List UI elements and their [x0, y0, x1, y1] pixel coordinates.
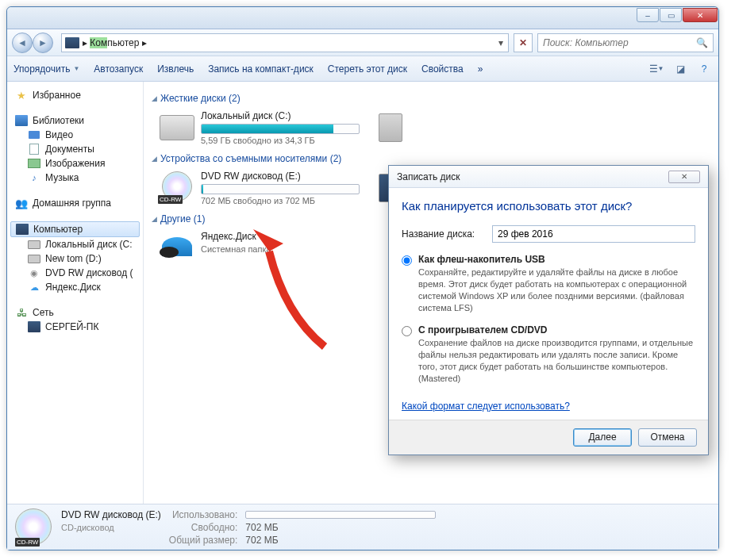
status-drive-name: DVD RW дисковод (E:) — [61, 509, 161, 520]
address-bar[interactable]: ▸ Компьютер ▸ ▾ — [61, 33, 509, 52]
window-body: ★Избранное Библиотеки Видео Документы Из… — [7, 82, 718, 504]
nav-arrows: ◄ ► — [12, 33, 56, 53]
document-icon — [28, 144, 40, 155]
which-format-link[interactable]: Какой формат следует использовать? — [402, 401, 570, 412]
burn-button[interactable]: Запись на компакт-диск — [208, 63, 314, 75]
collapse-icon: ◢ — [152, 155, 157, 163]
help-icon[interactable]: ? — [696, 62, 712, 76]
more-menu[interactable]: » — [478, 63, 483, 75]
disc-name-input[interactable] — [492, 225, 695, 243]
dialog-titlebar: Записать диск ✕ — [389, 166, 708, 188]
drive-stat: 702 МБ свободно из 702 МБ — [201, 196, 360, 205]
burn-disc-dialog: Записать диск ✕ Как планируется использо… — [388, 165, 709, 455]
address-text: ▸ Компьютер ▸ — [83, 37, 147, 48]
total-value: 702 МБ — [245, 535, 436, 546]
option-cddvd-radio[interactable] — [402, 326, 412, 336]
search-icon: 🔍 — [696, 37, 708, 48]
drive-name: Локальный диск (C:) — [201, 110, 360, 121]
option-usb-title: Как флеш-накопитель USB — [418, 254, 695, 265]
cdrw-icon — [160, 171, 194, 202]
organize-menu[interactable]: Упорядочить▼ — [13, 63, 79, 75]
sidebar-item-pc[interactable]: СЕРГЕЙ-ПК — [10, 320, 140, 334]
hdd-icon — [28, 253, 40, 264]
hdd-icon — [28, 239, 40, 250]
explorer-window: – ▭ ✕ ◄ ► ▸ Компьютер ▸ ▾ ✕ 🔍 Упорядочит… — [6, 6, 719, 550]
sidebar-favorites[interactable]: ★Избранное — [10, 88, 140, 102]
dvd-icon: ◉ — [28, 267, 40, 278]
search-box[interactable]: 🔍 — [537, 33, 714, 52]
sidebar-item-pictures[interactable]: Изображения — [10, 156, 140, 171]
titlebar: – ▭ ✕ — [7, 7, 718, 29]
option-cddvd[interactable]: С проигрывателем CD/DVD Сохранение файло… — [402, 324, 695, 384]
option-usb[interactable]: Как флеш-накопитель USB Сохраняйте, реда… — [402, 254, 695, 313]
preview-pane-icon[interactable]: ◪ — [672, 62, 688, 76]
cdrw-icon — [15, 508, 53, 547]
free-label: Свободно: — [169, 522, 237, 533]
computer-icon — [16, 224, 29, 235]
drive-c[interactable]: Локальный диск (C:) 5,59 ГБ свободно из … — [156, 107, 363, 148]
sidebar-item-newtom-d[interactable]: New tom (D:) — [10, 251, 140, 266]
free-value: 702 МБ — [245, 522, 436, 533]
drive-yandex[interactable]: Яндекс.Диск Системная папка — [156, 228, 363, 266]
drive-partial[interactable] — [379, 113, 402, 142]
properties-button[interactable]: Свойства — [421, 63, 464, 75]
view-menu-icon[interactable]: ☰ ▼ — [648, 62, 664, 76]
category-removable[interactable]: ◢Устройства со съемными носителями (2) — [152, 153, 710, 164]
option-usb-radio[interactable] — [402, 255, 412, 266]
stop-button[interactable]: ✕ — [514, 33, 533, 52]
yandex-disk-icon — [160, 231, 194, 263]
sidebar-item-localdisk-c[interactable]: Локальный диск (C: — [10, 237, 140, 251]
erase-button[interactable]: Стереть этот диск — [328, 63, 407, 75]
drive-e-dvdrw[interactable]: DVD RW дисковод (E:) 702 МБ свободно из … — [156, 167, 363, 209]
autorun-button[interactable]: Автозапуск — [94, 63, 143, 75]
minimize-button[interactable]: – — [637, 8, 659, 22]
status-drive-sub: CD-дисковод — [61, 523, 161, 532]
dialog-question: Как планируется использовать этот диск? — [402, 199, 695, 213]
sidebar-item-music[interactable]: ♪Музыка — [10, 171, 140, 185]
details-pane: DVD RW дисковод (E:) Использовано: CD-ди… — [7, 504, 718, 550]
collapse-icon: ◢ — [152, 94, 157, 102]
network-icon: 🖧 — [15, 307, 28, 318]
cancel-button[interactable]: Отмена — [638, 428, 697, 447]
close-button[interactable]: ✕ — [683, 8, 718, 22]
dialog-close-button[interactable]: ✕ — [668, 171, 700, 183]
sidebar-libraries[interactable]: Библиотеки — [10, 113, 140, 128]
used-bar — [245, 511, 436, 519]
option-cddvd-desc: Сохранение файлов на диске производится … — [418, 337, 695, 384]
option-cddvd-title: С проигрывателем CD/DVD — [418, 324, 695, 336]
sidebar-item-videos[interactable]: Видео — [10, 128, 140, 142]
maximize-button[interactable]: ▭ — [660, 8, 682, 22]
sidebar-computer[interactable]: Компьютер — [10, 221, 140, 237]
address-dropdown-icon[interactable]: ▾ — [494, 37, 508, 48]
sidebar-homegroup[interactable]: 👥Домашняя группа — [10, 196, 140, 210]
drive-name: Яндекс.Диск — [201, 231, 360, 242]
usage-bar — [201, 184, 360, 194]
computer-icon — [65, 37, 79, 48]
star-icon: ★ — [15, 90, 28, 101]
eject-button[interactable]: Извлечь — [157, 63, 194, 75]
toolbar: Упорядочить▼ Автозапуск Извлечь Запись н… — [7, 56, 718, 82]
total-label: Общий размер: — [169, 535, 237, 546]
dialog-title-text: Записать диск — [397, 171, 460, 182]
sidebar-item-dvdrw-e[interactable]: ◉DVD RW дисковод ( — [10, 266, 140, 280]
homegroup-icon: 👥 — [15, 198, 28, 209]
navigation-pane: ★Избранное Библиотеки Видео Документы Из… — [7, 82, 144, 504]
forward-button[interactable]: ► — [33, 33, 53, 53]
video-icon — [28, 129, 40, 140]
drive-name: DVD RW дисковод (E:) — [201, 171, 360, 182]
sidebar-item-yandex[interactable]: ☁Яндекс.Диск — [10, 280, 140, 294]
computer-icon — [28, 321, 40, 332]
navigation-bar: ◄ ► ▸ Компьютер ▸ ▾ ✕ 🔍 — [7, 29, 718, 56]
collapse-icon: ◢ — [152, 215, 157, 223]
used-label: Использовано: — [169, 509, 237, 520]
next-button[interactable]: Далее — [573, 428, 632, 447]
back-button[interactable]: ◄ — [12, 33, 33, 53]
yandex-icon: ☁ — [28, 282, 40, 293]
option-usb-desc: Сохраняйте, редактируйте и удаляйте файл… — [418, 267, 695, 313]
sidebar-network[interactable]: 🖧Сеть — [10, 305, 140, 320]
pictures-icon — [28, 158, 40, 169]
search-input[interactable] — [543, 37, 696, 48]
sidebar-item-documents[interactable]: Документы — [10, 142, 140, 156]
usage-bar — [201, 124, 360, 134]
category-hard-disks[interactable]: ◢Жесткие диски (2) — [152, 93, 710, 104]
